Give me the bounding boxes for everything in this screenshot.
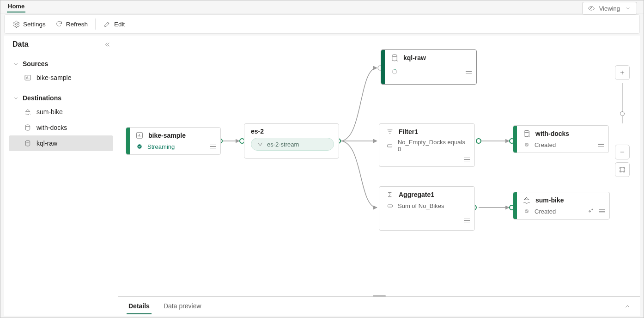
fit-button[interactable] bbox=[615, 162, 630, 177]
menu-icon[interactable] bbox=[466, 70, 472, 74]
svg-rect-21 bbox=[388, 145, 392, 147]
destinations-header[interactable]: Destinations bbox=[7, 92, 115, 104]
node-status: Created bbox=[535, 208, 556, 215]
chart-icon bbox=[135, 131, 144, 140]
node-title: bike-sample bbox=[148, 132, 186, 139]
menu-icon[interactable] bbox=[598, 143, 604, 147]
sidebar: Data Sources bike-sample bbox=[4, 36, 118, 316]
destination-label: kql-raw bbox=[36, 140, 57, 147]
bottom-panel: Details Data preview bbox=[118, 296, 640, 316]
zoom-out-button[interactable] bbox=[615, 145, 630, 159]
toolbar: Settings Refresh Edit bbox=[4, 14, 640, 34]
node-title: with-docks bbox=[535, 130, 569, 137]
zoom-handle[interactable] bbox=[620, 111, 625, 116]
details-tab[interactable]: Details bbox=[127, 299, 152, 314]
svg-point-23 bbox=[524, 130, 529, 133]
sigma-icon bbox=[386, 190, 394, 199]
eye-icon bbox=[587, 4, 595, 12]
chevron-down-icon bbox=[624, 4, 632, 12]
check-icon bbox=[522, 207, 531, 215]
menu-icon[interactable] bbox=[464, 219, 470, 223]
menu-icon[interactable] bbox=[464, 158, 470, 162]
sidebar-item-sum-bike[interactable]: sum-bike bbox=[9, 104, 113, 120]
refresh-button[interactable]: Refresh bbox=[50, 15, 92, 33]
sidebar-item-kql-raw[interactable]: kql-raw bbox=[9, 135, 113, 151]
node-accent bbox=[126, 128, 130, 154]
tab-home[interactable]: Home bbox=[7, 1, 25, 12]
node-title: sum-bike bbox=[535, 196, 564, 204]
settings-button[interactable]: Settings bbox=[7, 15, 50, 33]
database-icon bbox=[522, 129, 531, 138]
svg-point-4 bbox=[25, 141, 30, 142]
edit-icon bbox=[103, 20, 111, 28]
lakehouse-icon bbox=[24, 108, 32, 116]
stream-pill: es-2-stream bbox=[251, 138, 334, 151]
sidebar-item-bike-sample[interactable]: bike-sample bbox=[9, 70, 113, 86]
check-icon bbox=[522, 141, 531, 149]
canvas[interactable]: bike-sample Streaming bbox=[118, 36, 640, 296]
toolbar-separator bbox=[95, 18, 96, 30]
menu-icon[interactable] bbox=[599, 209, 605, 214]
lakehouse-icon bbox=[522, 196, 531, 204]
sidebar-title: Data bbox=[12, 40, 29, 49]
view-mode-dropdown[interactable]: Viewing bbox=[582, 2, 637, 15]
node-status: Streaming bbox=[147, 143, 175, 150]
database-icon bbox=[390, 54, 399, 62]
svg-point-3 bbox=[25, 125, 30, 127]
node-es-2[interactable]: es-2 es-2-stream bbox=[244, 123, 339, 159]
svg-point-1 bbox=[15, 23, 17, 25]
node-aggregate1[interactable]: Aggregate1 Sum of No_Bikes bbox=[379, 186, 475, 231]
node-title: Filter1 bbox=[399, 128, 418, 135]
chevron-down-icon bbox=[12, 60, 20, 68]
sparkle-icon bbox=[587, 207, 595, 215]
sidebar-item-with-docks[interactable]: with-docks bbox=[9, 120, 113, 135]
check-icon bbox=[135, 142, 144, 151]
svg-rect-26 bbox=[620, 168, 624, 171]
destinations-label: Destinations bbox=[23, 94, 61, 102]
loading-icon bbox=[390, 67, 399, 76]
node-accent bbox=[513, 126, 517, 153]
node-filter1[interactable]: Filter1 No_Empty_Docks equals 0 bbox=[379, 123, 475, 167]
menu-icon[interactable] bbox=[210, 145, 216, 149]
settings-label: Settings bbox=[23, 21, 46, 28]
field-icon bbox=[386, 141, 394, 150]
edit-button[interactable]: Edit bbox=[98, 15, 129, 33]
filter-icon bbox=[386, 128, 394, 136]
node-accent bbox=[513, 192, 517, 219]
node-title: Aggregate1 bbox=[399, 191, 434, 198]
node-title: es-2 bbox=[251, 128, 264, 135]
chevron-down-icon bbox=[12, 94, 20, 102]
sources-header[interactable]: Sources bbox=[7, 58, 115, 70]
ribbon-tabs: Home bbox=[0, 0, 644, 13]
svg-point-12 bbox=[476, 139, 481, 143]
chevron-up-icon[interactable] bbox=[623, 302, 632, 311]
node-kql-raw[interactable]: kql-raw bbox=[381, 49, 477, 85]
node-with-docks[interactable]: with-docks Created bbox=[513, 125, 609, 153]
svg-point-19 bbox=[392, 55, 397, 57]
resize-handle[interactable] bbox=[373, 295, 386, 297]
node-subtitle: No_Empty_Docks equals 0 bbox=[398, 139, 470, 153]
database-icon bbox=[24, 139, 32, 147]
sources-label: Sources bbox=[23, 60, 48, 67]
stream-icon bbox=[256, 140, 264, 148]
node-status: Created bbox=[535, 141, 556, 148]
pill-label: es-2-stream bbox=[267, 141, 299, 148]
destination-label: with-docks bbox=[36, 124, 67, 131]
node-bike-sample[interactable]: bike-sample Streaming bbox=[126, 127, 221, 155]
node-sum-bike[interactable]: sum-bike Created bbox=[513, 192, 610, 220]
source-label: bike-sample bbox=[36, 74, 71, 81]
edit-label: Edit bbox=[114, 21, 125, 28]
svg-rect-22 bbox=[388, 205, 392, 207]
refresh-icon bbox=[55, 20, 63, 28]
destination-label: sum-bike bbox=[36, 108, 63, 116]
field-icon bbox=[386, 202, 394, 210]
gear-icon bbox=[12, 20, 20, 28]
node-accent bbox=[381, 50, 385, 84]
node-title: kql-raw bbox=[403, 54, 426, 61]
database-icon bbox=[24, 123, 32, 132]
zoom-in-button[interactable] bbox=[615, 65, 630, 80]
zoom-track[interactable] bbox=[622, 83, 623, 123]
data-preview-tab[interactable]: Data preview bbox=[162, 299, 203, 314]
collapse-icon[interactable] bbox=[103, 40, 111, 49]
chart-icon bbox=[24, 73, 32, 82]
